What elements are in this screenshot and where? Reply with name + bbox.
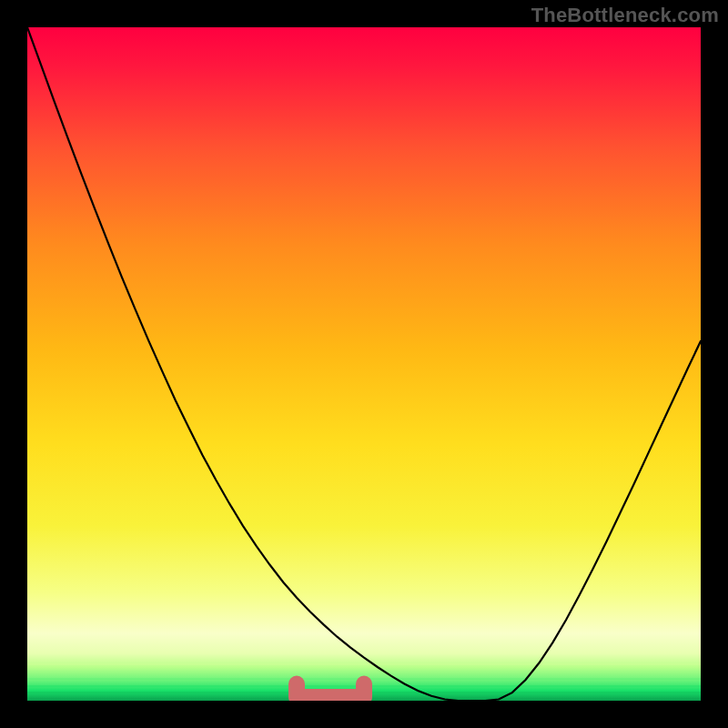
chart-frame: TheBottleneck.com: [0, 0, 728, 728]
watermark-text: TheBottleneck.com: [531, 4, 719, 27]
plot-svg: [27, 27, 701, 701]
gradient-background: [27, 27, 701, 701]
plot-area: [27, 27, 701, 701]
